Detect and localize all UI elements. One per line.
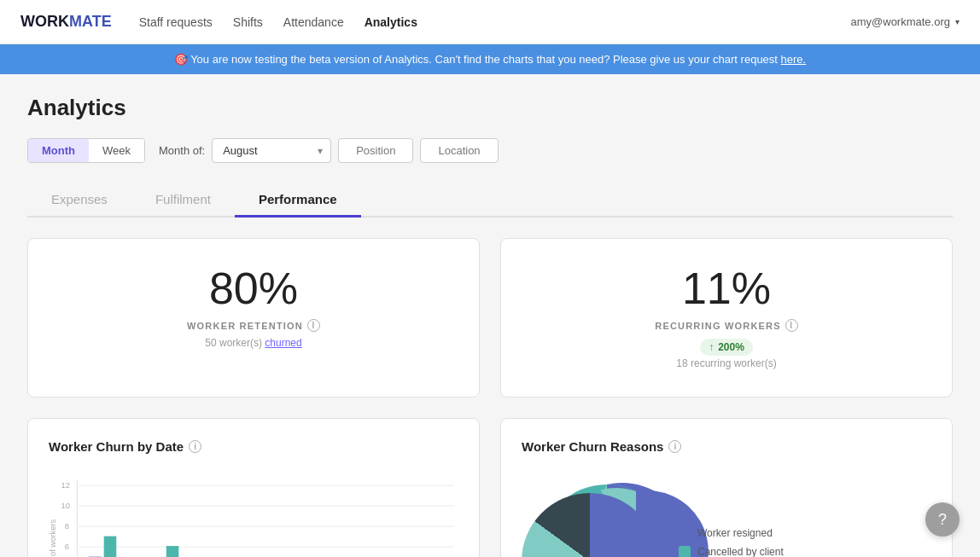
main-tabs: Expenses Fulfilment Performance [27,183,953,218]
nav-link-analytics[interactable]: Analytics [365,12,417,32]
svg-text:8: 8 [65,521,69,531]
page-title: Analytics [27,95,953,121]
nav-link-shifts[interactable]: Shifts [233,12,263,32]
pie-chart-card: Worker Churn Reasons i [500,418,953,557]
churned-link[interactable]: churned [265,337,301,349]
navbar: WORKMATE Staff requests Shifts Attendanc… [0,0,980,44]
recurring-number: 11% [682,266,771,310]
chevron-down-icon: ▾ [955,17,960,26]
bar-chart-card: Worker Churn by Date i 0 2 4 6 8 10 12 [27,418,480,557]
recurring-label: RECURRING WORKERS i [655,319,798,332]
retention-number: 80% [209,266,298,310]
tab-expenses[interactable]: Expenses [27,183,131,218]
month-of-label: Month of: [159,144,205,157]
pie-legend: Worker resigned Cancelled by client Canc… [679,527,830,557]
pie-dot-client [679,546,691,557]
filter-bar: Month Week Month of: August July June Po… [27,138,953,163]
pie-chart-title: Worker Churn Reasons i [522,439,931,454]
retention-sub: 50 worker(s) churned [205,337,301,349]
pie-label-resigned: Worker resigned [697,527,773,539]
month-select-wrapper: August July June [212,138,331,163]
tab-fulfilment[interactable]: Fulfilment [131,183,235,218]
time-toggle: Month Week [27,138,145,163]
position-filter[interactable]: Position [338,138,413,163]
pie-legend-client: Cancelled by client [679,546,830,557]
pie-visual-row: Worker resigned Cancelled by client Canc… [522,493,931,557]
nav-link-staff-requests[interactable]: Staff requests [139,12,213,32]
beta-banner: 🎯 You are now testing the beta version o… [0,44,980,74]
recurring-badge: ↑ 200% [700,339,753,356]
pie-dot-resigned [679,527,691,539]
worker-retention-card: 80% WORKER RETENTION i 50 worker(s) chur… [27,238,480,397]
badge-percent: 200% [718,341,744,353]
retention-label: WORKER RETENTION i [187,319,320,332]
month-toggle-btn[interactable]: Month [28,139,89,162]
svg-text:6: 6 [65,542,69,551]
tab-performance[interactable]: Performance [235,183,361,218]
retention-info-icon[interactable]: i [307,319,320,332]
pie-chart-info-icon[interactable]: i [668,440,681,453]
location-filter[interactable]: Location [420,138,498,163]
recurring-sub: 18 recurring worker(s) [676,357,776,369]
nav-user[interactable]: amy@workmate.org ▾ [850,15,960,28]
svg-rect-19 [166,546,179,557]
help-button[interactable]: ? [925,502,960,537]
svg-rect-16 [104,537,117,557]
arrow-up-icon: ↑ [709,341,714,353]
bar-chart-wrap: 0 2 4 6 8 10 12 [49,467,458,557]
svg-text:10: 10 [61,501,70,510]
nav-link-attendance[interactable]: Attendance [283,12,344,32]
banner-link[interactable]: here. [781,53,807,66]
bar-chart-title: Worker Churn by Date i [49,439,458,454]
pie-label-client: Cancelled by client [697,546,784,557]
pie-legend-resigned: Worker resigned [679,527,830,539]
week-toggle-btn[interactable]: Week [89,139,144,162]
banner-text: 🎯 You are now testing the beta version o… [174,53,778,66]
svg-text:12: 12 [61,480,70,490]
bar-chart-info-icon[interactable]: i [189,440,201,453]
svg-text:Number of workers: Number of workers [49,519,57,557]
logo: WORKMATE [20,13,112,31]
chart-cards: Worker Churn by Date i 0 2 4 6 8 10 12 [27,418,953,557]
bar-chart-svg: 0 2 4 6 8 10 12 [49,467,458,557]
metric-cards: 80% WORKER RETENTION i 50 worker(s) chur… [27,238,953,397]
main-content: Analytics Month Week Month of: August Ju… [0,74,980,557]
recurring-workers-card: 11% RECURRING WORKERS i ↑ 200% 18 recurr… [500,238,953,397]
month-select[interactable]: August July June [212,138,331,163]
recurring-info-icon[interactable]: i [785,319,798,332]
nav-links: Staff requests Shifts Attendance Analyti… [139,12,824,32]
nav-user-email: amy@workmate.org [850,15,950,28]
